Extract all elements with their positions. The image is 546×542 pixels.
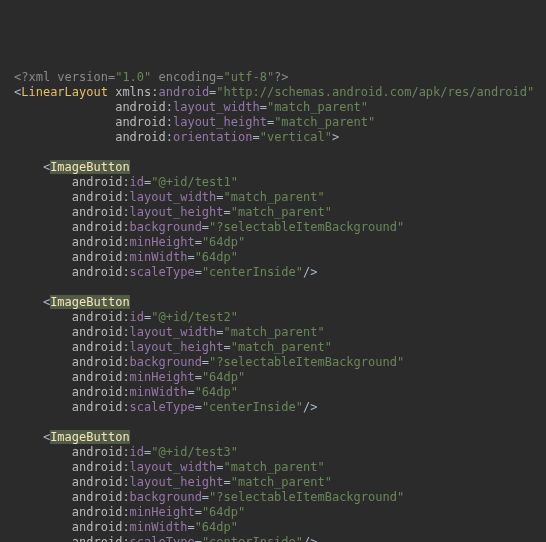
code-editor[interactable]: <?xml version="1.0" encoding="utf-8"?> <… [14, 70, 532, 542]
